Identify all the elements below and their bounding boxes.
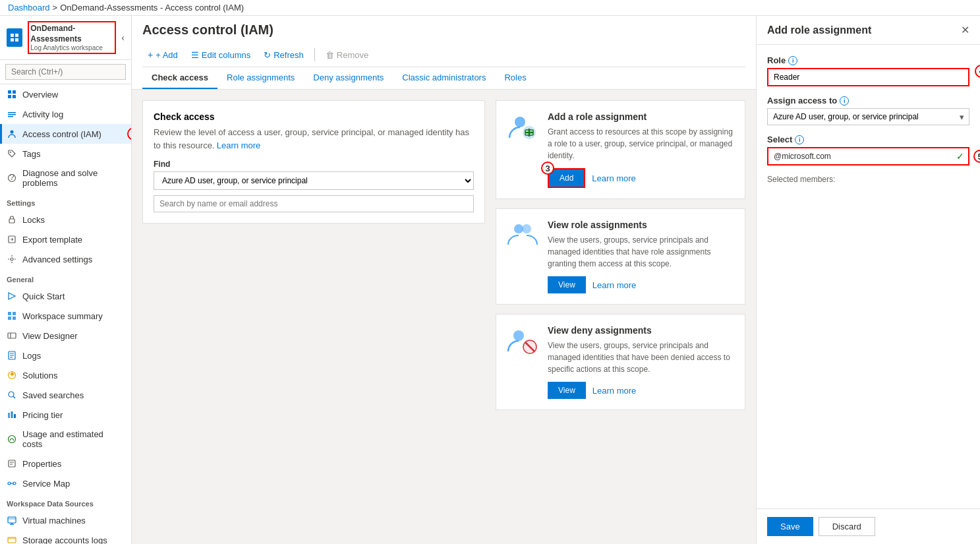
- activity-icon: [7, 109, 17, 119]
- remove-icon: 🗑: [326, 50, 334, 60]
- svg-point-18: [11, 258, 13, 260]
- tab-check-access[interactable]: Check access: [142, 67, 217, 89]
- sidebar-item-saved-searches[interactable]: Saved searches: [0, 385, 131, 405]
- sidebar-item-overview[interactable]: Overview: [0, 84, 131, 104]
- svg-rect-38: [9, 460, 15, 467]
- sidebar-item-locks[interactable]: Locks: [0, 210, 131, 229]
- tab-roles[interactable]: Roles: [495, 67, 535, 89]
- view-deny-learn-more[interactable]: Learn more: [592, 386, 636, 396]
- tab-classic-admins[interactable]: Classic administrators: [393, 67, 495, 89]
- svg-rect-35: [11, 411, 13, 418]
- view-roles-view-button[interactable]: View: [548, 276, 586, 293]
- sidebar-item-advanced-settings[interactable]: Advanced settings: [0, 249, 131, 269]
- breadcrumb-dashboard[interactable]: Dashboard: [8, 3, 50, 13]
- sidebar-item-view-designer[interactable]: View Designer: [0, 326, 131, 346]
- save-button[interactable]: Save: [767, 517, 813, 536]
- discard-button[interactable]: Discard: [819, 517, 875, 536]
- svg-point-13: [10, 152, 11, 153]
- sidebar-item-storage-logs[interactable]: Storage accounts logs: [0, 530, 131, 544]
- sidebar-item-export[interactable]: Export template: [0, 229, 131, 249]
- vm-icon: [7, 515, 17, 526]
- tab-deny-assignments[interactable]: Deny assignments: [304, 67, 393, 89]
- card-add-role-title: Add a role assignment: [548, 111, 734, 122]
- add-role-learn-more[interactable]: Learn more: [592, 173, 635, 183]
- annotation-4: 4: [975, 65, 980, 78]
- svg-marker-19: [9, 293, 15, 299]
- remove-button[interactable]: 🗑 Remove: [320, 47, 374, 63]
- svg-rect-9: [8, 112, 16, 113]
- find-select[interactable]: Azure AD user, group, or service princip…: [154, 171, 474, 190]
- workspace-subtitle: Log Analytics workspace: [30, 44, 113, 51]
- sidebar-item-workspace-summary[interactable]: Workspace summary: [0, 306, 131, 326]
- svg-rect-22: [8, 317, 11, 320]
- svg-point-37: [9, 436, 16, 443]
- card-view-roles-content: View role assignments View the users, gr…: [548, 220, 734, 293]
- tab-role-assignments[interactable]: Role assignments: [217, 67, 304, 89]
- annotation-2: 2: [127, 127, 132, 140]
- sidebar-search-input[interactable]: [5, 64, 126, 80]
- add-button[interactable]: + + Add: [142, 47, 183, 63]
- export-icon: [7, 234, 17, 245]
- sidebar-item-pricing-tier[interactable]: Pricing tier: [0, 405, 131, 425]
- svg-rect-49: [8, 537, 16, 539]
- right-panel-close-button[interactable]: ✕: [961, 24, 969, 36]
- select-info-icon[interactable]: i: [795, 135, 804, 144]
- check-access-title: Check access: [154, 111, 474, 122]
- remove-label: Remove: [337, 50, 368, 60]
- pricing-icon: [7, 409, 17, 420]
- sidebar-item-activity-log[interactable]: Activity log: [0, 104, 131, 124]
- sidebar-item-solutions[interactable]: ✦ Solutions: [0, 365, 131, 385]
- sidebar-item-iam[interactable]: Access control (IAM) 2: [0, 124, 131, 144]
- sidebar-item-properties[interactable]: Properties: [0, 454, 131, 473]
- tags-label: Tags: [22, 149, 40, 159]
- svg-rect-21: [13, 312, 16, 315]
- sidebar-item-service-map[interactable]: Service Map: [0, 473, 131, 493]
- refresh-button[interactable]: ↻ Refresh: [258, 47, 309, 63]
- check-access-search-input[interactable]: [154, 195, 474, 212]
- refresh-label: Refresh: [274, 50, 304, 60]
- svg-rect-16: [9, 219, 14, 223]
- svg-rect-8: [13, 95, 16, 98]
- view-deny-view-button[interactable]: View: [548, 382, 586, 399]
- assign-access-select[interactable]: Azure AD user, group, or service princip…: [767, 108, 969, 125]
- card-view-roles-desc: View the users, groups, service principa…: [548, 234, 734, 270]
- add-role-icon: [507, 111, 538, 143]
- svg-point-60: [514, 224, 523, 233]
- page-title: Access control (IAM): [142, 22, 745, 38]
- advanced-settings-label: Advanced settings: [22, 255, 92, 264]
- storage-logs-label: Storage accounts logs: [22, 535, 107, 544]
- svg-point-42: [13, 482, 16, 485]
- sidebar: OnDemand-Assessments Log Analytics works…: [0, 16, 132, 544]
- view-roles-learn-more[interactable]: Learn more: [592, 280, 636, 290]
- tags-icon: [7, 148, 17, 159]
- svg-text:✦: ✦: [9, 371, 16, 379]
- check-access-learn-more[interactable]: Learn more: [217, 140, 260, 150]
- edit-columns-icon: ☰: [191, 50, 199, 60]
- role-info-icon[interactable]: i: [788, 56, 797, 65]
- view-designer-label: View Designer: [22, 331, 78, 341]
- assign-info-icon[interactable]: i: [840, 96, 849, 106]
- toolbar: + + Add ☰ Edit columns ↻ Refresh 🗑 Remov…: [142, 43, 745, 67]
- breadcrumb-workspace: OnDemand-Assessments - Access control (I…: [60, 3, 244, 13]
- card-view-roles: View role assignments View the users, gr…: [496, 208, 745, 305]
- right-panel: Add role assignment ✕ Role i ReaderContr…: [756, 16, 980, 544]
- sidebar-item-tags[interactable]: Tags: [0, 144, 131, 164]
- workspace-summary-label: Workspace summary: [22, 311, 103, 321]
- edit-columns-button[interactable]: ☰ Edit columns: [186, 47, 256, 63]
- select-field-container: Select i ✓ 5: [767, 135, 969, 166]
- svg-point-32: [9, 392, 14, 397]
- view-deny-icon: [507, 325, 538, 357]
- sidebar-item-diagnose[interactable]: ? Diagnose and solve problems: [0, 164, 131, 193]
- sidebar-item-quickstart[interactable]: Quick Start: [0, 286, 131, 306]
- sidebar-item-logs[interactable]: Logs: [0, 346, 131, 365]
- select-member-input[interactable]: [768, 148, 956, 164]
- workspace-header: OnDemand-Assessments Log Analytics works…: [0, 16, 131, 60]
- sidebar-item-usage[interactable]: Usage and estimated costs: [0, 425, 131, 454]
- role-select[interactable]: ReaderContributorOwner: [768, 69, 968, 85]
- view-roles-icon: [507, 220, 538, 251]
- sidebar-collapse-btn[interactable]: ‹: [121, 32, 125, 43]
- workspace-name-text: OnDemand-Assessments: [30, 24, 113, 44]
- card-view-deny-actions: View Learn more: [548, 382, 734, 399]
- sidebar-item-vms[interactable]: Virtual machines: [0, 510, 131, 530]
- quickstart-icon: [7, 291, 17, 301]
